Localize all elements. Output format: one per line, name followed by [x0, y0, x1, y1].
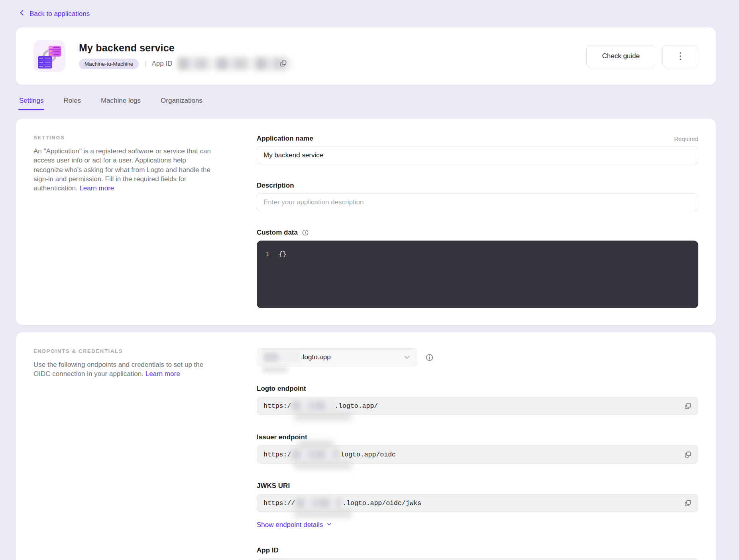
endpoint-value-suffix: logto.app/oidc — [340, 451, 396, 458]
endpoint-value-prefix: https:/ — [263, 451, 291, 458]
tab-roles[interactable]: Roles — [63, 97, 81, 110]
copy-icon[interactable] — [684, 451, 692, 458]
endpoint-value-suffix: .logto.app/ — [334, 402, 378, 410]
check-guide-button[interactable]: Check guide — [586, 45, 655, 67]
app-id-label: App ID — [151, 60, 172, 68]
endpoints-section-intro: ENDPOINTS & CREDENTIALS Use the followin… — [33, 348, 215, 379]
application-header-text: My backend service Machine-to-Machine | … — [79, 42, 577, 70]
logto-endpoint-label: Logto endpoint — [257, 385, 306, 393]
app-id-field — [257, 558, 698, 560]
endpoint-value-blur — [296, 498, 342, 508]
jwks-uri-group: JWKS URI https:// .logto.app/oidc/jwks — [257, 482, 698, 512]
required-hint: Required — [674, 135, 698, 142]
endpoints-credentials-card: ENDPOINTS & CREDENTIALS Use the followin… — [16, 332, 716, 560]
application-tabs: Settings Roles Machine logs Organization… — [19, 97, 716, 110]
logto-endpoint-field: https:/ .logto.app/ — [257, 397, 698, 415]
meta-divider: | — [144, 60, 146, 67]
back-link-label: Back to applications — [29, 10, 90, 18]
logto-endpoint-group: Logto endpoint https:/ .logto.app/ — [257, 385, 698, 415]
settings-section-description: An "Application" is a registered softwar… — [33, 147, 215, 193]
endpoints-learn-more-link[interactable]: Learn more — [145, 370, 180, 378]
settings-section-intro: SETTINGS An "Application" is a registere… — [33, 135, 215, 193]
application-name-field-group: Application name Required — [257, 135, 698, 164]
jwks-uri-field: https:// .logto.app/oidc/jwks — [257, 494, 698, 512]
page-title: My backend service — [79, 42, 577, 54]
application-header-card: My backend service Machine-to-Machine | … — [16, 27, 716, 85]
chevron-left-icon — [19, 10, 25, 18]
header-actions: Check guide — [586, 45, 698, 67]
editor-line-number: 1 — [265, 251, 269, 258]
endpoint-value-prefix: https:// — [263, 499, 295, 507]
description-field-group: Description — [257, 182, 698, 211]
tenant-domain-select[interactable]: .logto.app — [257, 348, 417, 366]
tab-settings[interactable]: Settings — [19, 97, 43, 110]
machine-to-machine-app-icon — [33, 40, 65, 72]
tenant-domain-suffix: .logto.app — [301, 353, 331, 361]
chevron-down-icon — [326, 521, 332, 529]
back-to-applications-link[interactable]: Back to applications — [19, 10, 90, 18]
check-guide-label: Check guide — [602, 52, 640, 60]
endpoint-blur-spill — [294, 462, 352, 469]
jwks-uri-label: JWKS URI — [257, 482, 290, 490]
endpoint-value-prefix: https:/ — [263, 402, 291, 410]
info-icon[interactable] — [425, 353, 434, 362]
tenant-endpoint-row: .logto.app — [257, 348, 698, 366]
endpoints-section-description: Use the following endpoints and credenti… — [33, 360, 215, 379]
editor-content: {} — [279, 251, 287, 258]
copy-icon[interactable] — [684, 499, 692, 507]
app-id-blur — [178, 57, 292, 70]
application-meta-row: Machine-to-Machine | App ID — [79, 57, 577, 70]
description-label: Description — [257, 182, 294, 190]
copy-icon[interactable] — [279, 60, 287, 67]
issuer-endpoint-field: https:/ logto.app/oidc — [257, 445, 698, 464]
tenant-id-blur — [263, 352, 300, 362]
endpoint-blur-spill — [297, 441, 335, 448]
application-name-input[interactable] — [257, 147, 698, 164]
issuer-endpoint-group: Issuer endpoint https:/ logto.app/oidc — [257, 433, 698, 464]
info-icon[interactable] — [302, 229, 309, 236]
settings-learn-more-link[interactable]: Learn more — [79, 184, 114, 192]
kebab-menu-icon — [680, 52, 681, 60]
endpoints-section-title: ENDPOINTS & CREDENTIALS — [33, 348, 215, 354]
endpoint-blur-spill — [294, 413, 352, 420]
chevron-down-icon — [403, 354, 411, 361]
endpoint-value-suffix: .logto.app/oidc/jwks — [342, 499, 421, 507]
description-input[interactable] — [257, 194, 698, 211]
page-shell: Back to applications — [16, 0, 716, 560]
show-endpoint-details-toggle[interactable]: Show endpoint details — [257, 521, 332, 529]
tab-organizations[interactable]: Organizations — [161, 97, 202, 110]
endpoints-form: .logto.app Logto endpoint https:/ .logto… — [257, 348, 698, 560]
app-id-field-label: App ID — [257, 546, 279, 554]
endpoint-value-blur — [292, 401, 334, 411]
show-endpoint-details-label: Show endpoint details — [257, 521, 323, 529]
custom-data-field-group: Custom data 1 {} — [257, 229, 698, 308]
custom-data-label: Custom data — [257, 229, 298, 237]
custom-data-code-editor[interactable]: 1 {} — [257, 241, 698, 308]
copy-icon[interactable] — [684, 402, 692, 410]
settings-card: SETTINGS An "Application" is a registere… — [16, 119, 716, 325]
endpoint-blur-spill — [294, 510, 352, 517]
app-id-group: App ID — [257, 546, 698, 560]
tenant-id-blur-spill — [263, 367, 287, 372]
tab-machine-logs[interactable]: Machine logs — [101, 97, 141, 110]
more-actions-button[interactable] — [662, 45, 698, 67]
settings-form: Application name Required Description Cu… — [257, 135, 698, 308]
application-name-label: Application name — [257, 135, 313, 143]
issuer-endpoint-label: Issuer endpoint — [257, 433, 307, 441]
settings-section-title: SETTINGS — [33, 135, 215, 141]
endpoint-value-blur — [292, 450, 340, 459]
app-id-value-redacted — [178, 57, 292, 70]
application-type-badge: Machine-to-Machine — [79, 59, 139, 69]
